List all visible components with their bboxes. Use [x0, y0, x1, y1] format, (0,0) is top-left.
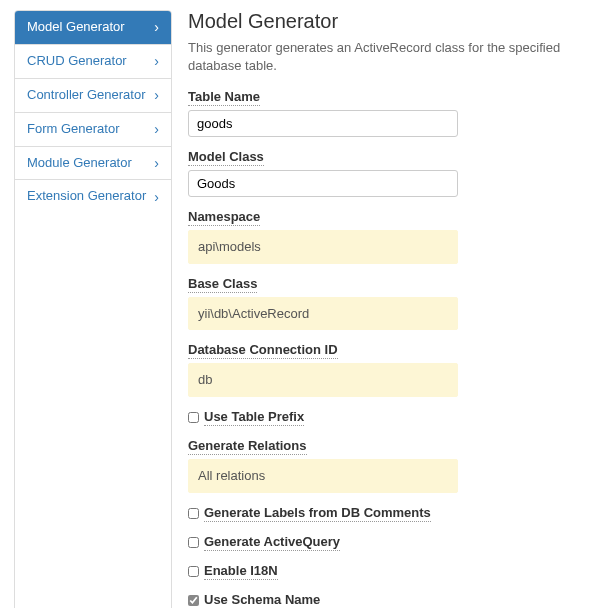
- label-base-class: Base Class: [188, 276, 257, 293]
- chevron-right-icon: ›: [154, 156, 159, 170]
- use-schema-name-checkbox[interactable]: [188, 595, 199, 606]
- sidebar-item-label: Controller Generator: [27, 87, 154, 104]
- label-use-table-prefix: Use Table Prefix: [204, 409, 304, 426]
- chevron-right-icon: ›: [154, 20, 159, 34]
- label-namespace: Namespace: [188, 209, 260, 226]
- generate-activequery-checkbox[interactable]: [188, 537, 199, 548]
- chevron-right-icon: ›: [154, 54, 159, 68]
- chevron-right-icon: ›: [154, 88, 159, 102]
- main-content: Model Generator This generator generates…: [172, 10, 584, 608]
- table-name-input[interactable]: [188, 110, 458, 137]
- label-table-name: Table Name: [188, 89, 260, 106]
- db-connection-value[interactable]: db: [188, 363, 458, 397]
- chevron-right-icon: ›: [154, 122, 159, 136]
- sidebar-item-label: Extension Generator: [27, 188, 154, 205]
- generate-labels-checkbox[interactable]: [188, 508, 199, 519]
- label-model-class: Model Class: [188, 149, 264, 166]
- sidebar-item-label: CRUD Generator: [27, 53, 154, 70]
- page-title: Model Generator: [188, 10, 584, 33]
- label-enable-i18n: Enable I18N: [204, 563, 278, 580]
- sidebar-item-form-generator[interactable]: Form Generator ›: [15, 113, 171, 147]
- label-generate-activequery: Generate ActiveQuery: [204, 534, 340, 551]
- page-lead: This generator generates an ActiveRecord…: [188, 39, 584, 75]
- model-class-input[interactable]: [188, 170, 458, 197]
- sidebar-item-model-generator[interactable]: Model Generator ›: [15, 11, 171, 45]
- enable-i18n-checkbox[interactable]: [188, 566, 199, 577]
- sidebar-item-label: Module Generator: [27, 155, 154, 172]
- sidebar-item-crud-generator[interactable]: CRUD Generator ›: [15, 45, 171, 79]
- label-generate-labels: Generate Labels from DB Comments: [204, 505, 431, 522]
- generate-relations-value[interactable]: All relations: [188, 459, 458, 493]
- sidebar-generators: Model Generator › CRUD Generator › Contr…: [14, 10, 172, 608]
- sidebar-item-extension-generator[interactable]: Extension Generator ›: [15, 180, 171, 213]
- sidebar-item-controller-generator[interactable]: Controller Generator ›: [15, 79, 171, 113]
- sidebar-item-label: Model Generator: [27, 19, 154, 36]
- namespace-value[interactable]: api\models: [188, 230, 458, 264]
- label-generate-relations: Generate Relations: [188, 438, 307, 455]
- chevron-right-icon: ›: [154, 190, 159, 204]
- label-db-connection: Database Connection ID: [188, 342, 338, 359]
- base-class-value[interactable]: yii\db\ActiveRecord: [188, 297, 458, 331]
- sidebar-item-label: Form Generator: [27, 121, 154, 138]
- sidebar-item-module-generator[interactable]: Module Generator ›: [15, 147, 171, 181]
- use-table-prefix-checkbox[interactable]: [188, 412, 199, 423]
- label-use-schema-name: Use Schema Name: [204, 592, 320, 608]
